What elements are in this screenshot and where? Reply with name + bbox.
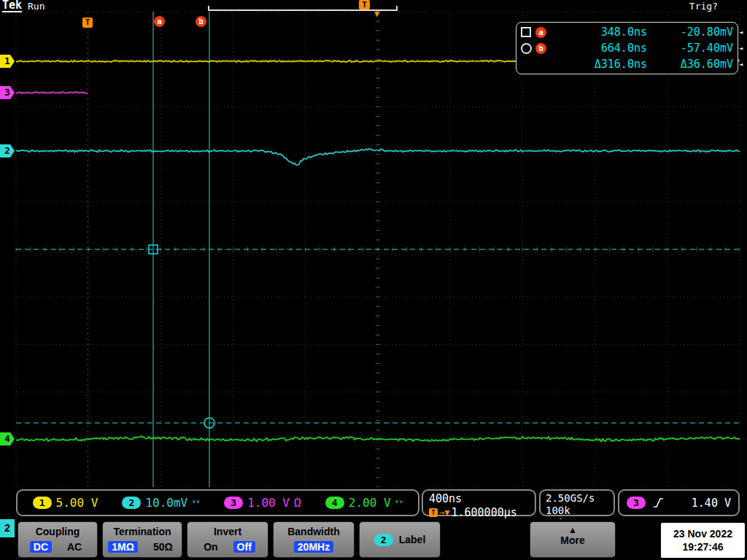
cursor-readout-box: a 348.0ns -20.80mV b 664.0ns -57.40mV Δ3…	[516, 22, 738, 74]
trigger-readout: 3 1.40 V	[618, 489, 740, 516]
more-button[interactable]: ▲ More	[530, 521, 616, 558]
oscilloscope-screen: Tek Run T Trig? ▼ T a b 1 3 2 4 a 348.0n…	[0, 0, 747, 560]
cursor-readout-arrow-icon: ◄	[739, 29, 743, 36]
time: 19:27:46	[682, 540, 723, 553]
rising-edge-icon	[653, 497, 664, 508]
cursor-a-square-icon	[521, 27, 531, 37]
status-bar: 1 5.00 V 2 10.0mV ᴮᵂ 3 1.00 V Ω 4 2.00 V…	[0, 487, 747, 519]
cursor-b-circle-icon	[521, 43, 532, 54]
coupling-ac-option[interactable]: AC	[63, 541, 85, 553]
channel3-scale: 3 1.00 V Ω	[224, 496, 301, 510]
datetime-display: 23 Nov 2022 19:27:46	[661, 523, 745, 558]
label-button[interactable]: 2 Label	[359, 521, 441, 558]
cursor-a-time: 348.0ns	[553, 26, 647, 39]
channel4-badge: 4	[325, 497, 344, 509]
channel2-volts-div: 10.0mV	[145, 496, 187, 510]
tek-logo: Tek	[2, 0, 22, 12]
bandwidth-title: Bandwidth	[274, 526, 354, 537]
more-title: More	[530, 534, 615, 546]
cursor-b-badge-small: b	[535, 43, 546, 54]
waveform-display	[0, 0, 747, 560]
invert-button[interactable]: Invert On Off	[187, 521, 268, 558]
cursor-a-value: -20.80mV	[647, 26, 733, 39]
trigger-position-icon: ▼	[374, 9, 379, 19]
cursor-b-time: 664.0ns	[553, 42, 647, 55]
invert-title: Invert	[187, 526, 268, 537]
channel-scale-readout: 1 5.00 V 2 10.0mV ᴮᵂ 3 1.00 V Ω 4 2.00 V…	[16, 489, 419, 516]
channel2-badge: 2	[122, 497, 141, 509]
record-trigger-marker: T	[359, 0, 370, 9]
trigger-source-badge: 3	[627, 497, 646, 509]
cursor-a-badge-small: a	[535, 27, 546, 38]
channel1-badge: 1	[33, 497, 52, 509]
label-title: Label	[399, 534, 426, 545]
termination-50ohm-option[interactable]: 50Ω	[150, 541, 177, 553]
coupling-button[interactable]: Coupling DC AC	[18, 521, 98, 558]
termination-title: Termination	[103, 526, 182, 537]
trigger-level: 1.40 V	[692, 497, 731, 510]
timebase-readout: 400ns T →▼ 1.600000µs	[422, 489, 536, 516]
invert-on-option[interactable]: On	[200, 541, 221, 553]
record-view-bar	[208, 9, 398, 11]
trigger-point-marker: T	[82, 18, 93, 28]
date: 23 Nov 2022	[673, 527, 732, 540]
channel4-scale: 4 2.00 V ᴮᵂ	[325, 496, 403, 510]
termination-button[interactable]: Termination 1MΩ 50Ω	[102, 521, 182, 558]
channel3-impedance: Ω	[294, 496, 301, 510]
channel2-menu-tab[interactable]: 2	[0, 519, 15, 537]
channel2-bandwidth-limit-icon: ᴮᵂ	[192, 499, 200, 507]
acquisition-status: Run	[28, 1, 44, 12]
cursor-readout-arrow-icon: ◄	[739, 61, 743, 68]
cursor-readout-arrow-icon: ◄	[739, 45, 743, 52]
channel4-volts-div: 2.00 V	[349, 496, 391, 510]
coupling-title: Coupling	[18, 526, 97, 537]
channel4-bandwidth-limit-icon: ᴮᵂ	[395, 499, 403, 507]
sample-rate: 2.50GS/s	[546, 492, 608, 505]
termination-1meg-option[interactable]: 1MΩ	[108, 541, 138, 553]
cursor-b-value: -57.40mV	[647, 42, 733, 55]
channel2-scale: 2 10.0mV ᴮᵂ	[122, 496, 200, 510]
invert-off-option[interactable]: Off	[233, 541, 255, 553]
cursor-delta-time: Δ316.0ns	[553, 58, 647, 71]
cursor-b-badge: b	[196, 16, 206, 27]
trigger-status: Trig?	[689, 1, 718, 12]
acquisition-readout: 2.50GS/s 100k points	[539, 489, 615, 516]
timebase-scale: 400ns	[429, 492, 529, 505]
channel1-scale: 1 5.00 V	[33, 496, 98, 510]
delay-arrow-icon: →▼	[439, 508, 449, 518]
menu-bar: 2 Coupling DC AC Termination 1MΩ 50Ω Inv…	[0, 519, 747, 560]
bandwidth-20mhz-option[interactable]: 20MHz	[294, 541, 333, 553]
trigger-t-icon: T	[429, 508, 438, 517]
bandwidth-button[interactable]: Bandwidth 20MHz	[273, 521, 355, 558]
trigger-delay: 1.600000µs	[451, 506, 516, 519]
channel3-badge: 3	[224, 497, 243, 509]
label-channel-badge: 2	[374, 534, 393, 546]
cursor-delta-value: Δ36.60mV	[647, 58, 733, 71]
coupling-dc-option[interactable]: DC	[30, 541, 52, 553]
cursor-a-badge: a	[154, 16, 165, 27]
channel1-volts-div: 5.00 V	[56, 496, 98, 510]
more-up-arrow-icon: ▲	[530, 526, 615, 534]
channel3-volts-div: 1.00 V	[247, 496, 290, 510]
